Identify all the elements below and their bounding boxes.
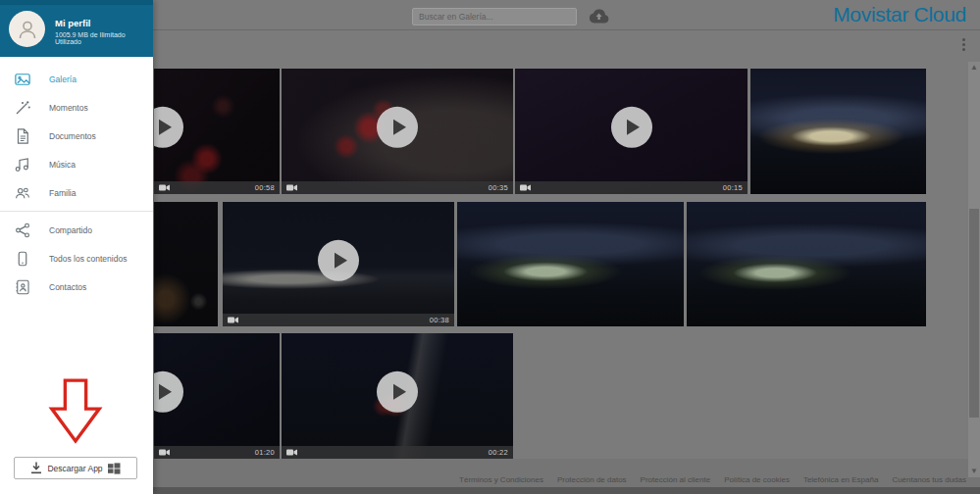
gallery-tile-video[interactable]: 00:38	[223, 202, 454, 326]
sidebar-item-momentos[interactable]: Momentos	[0, 93, 153, 122]
footer-link-customer-protection[interactable]: Protección al cliente	[641, 475, 711, 484]
gallery-icon	[14, 71, 31, 88]
profile-header[interactable]: Mi perfil 1005.9 MB de Ilimitado Utiliza…	[0, 0, 153, 57]
download-app-button[interactable]: Descargar App	[14, 457, 137, 479]
footer-link-cookies[interactable]: Política de cookies	[724, 475, 790, 484]
sidebar-item-label: Galería	[49, 74, 77, 84]
annotation-arrow-icon	[47, 377, 104, 446]
gallery-tile-video[interactable]: 00:58	[154, 69, 280, 194]
download-app-label: Descargar App	[47, 464, 102, 473]
video-info-bar: 00:35	[282, 181, 513, 194]
sidebar-item-label: Momentos	[49, 103, 88, 113]
sidebar-item-label: Contactos	[49, 282, 86, 292]
gallery-tile-video[interactable]: 00:15	[515, 69, 748, 194]
gallery-tile-photo[interactable]	[154, 202, 218, 326]
video-duration: 00:22	[489, 448, 508, 457]
play-icon[interactable]	[377, 371, 418, 413]
play-icon[interactable]	[154, 371, 183, 413]
sidebar-item-label: Todos los contenidos	[49, 254, 127, 264]
gallery-tile-video[interactable]: 00:22	[282, 333, 513, 459]
devices-icon	[14, 250, 31, 268]
video-info-bar: 00:58	[154, 181, 280, 194]
magic-wand-icon	[14, 99, 31, 117]
sidebar: Mi perfil 1005.9 MB de Ilimitado Utiliza…	[0, 0, 153, 494]
download-icon	[30, 462, 42, 474]
profile-name: Mi perfil	[55, 18, 90, 28]
scroll-down-icon[interactable]: ▼	[968, 466, 980, 477]
video-duration: 00:15	[723, 183, 743, 192]
sidebar-item-compartido[interactable]: Compartido	[0, 216, 153, 244]
video-info-bar: 00:22	[282, 446, 513, 459]
bottom-strip	[153, 487, 980, 494]
sidebar-item-galeria[interactable]: Galería	[0, 65, 153, 93]
top-bar: Movistar Cloud	[153, 0, 980, 30]
movistar-cloud-app: Movistar Cloud 00:58 00:35 00:15	[0, 0, 980, 494]
video-camera-icon	[520, 184, 531, 191]
footer-links: Términos y Condiciones Protección de dat…	[459, 475, 966, 484]
sidebar-item-contactos[interactable]: Contactos	[0, 272, 153, 301]
footer-link-help[interactable]: Cuéntanos tus dudas	[892, 475, 966, 484]
video-duration: 00:35	[489, 183, 508, 192]
sidebar-item-familia[interactable]: Familia	[0, 178, 153, 207]
sidebar-item-label: Música	[49, 160, 76, 170]
video-info-bar: 00:15	[515, 181, 748, 194]
video-duration: 01:20	[255, 448, 275, 457]
sidebar-item-todos-los-contenidos[interactable]: Todos los contenidos	[0, 244, 153, 272]
footer-link-telefonica[interactable]: Telefónica en España	[803, 475, 879, 484]
document-icon	[14, 127, 31, 145]
sidebar-item-label: Familia	[49, 188, 76, 198]
video-camera-icon	[228, 317, 238, 323]
footer-link-terms[interactable]: Términos y Condiciones	[459, 475, 543, 484]
sidebar-divider	[0, 211, 153, 212]
sidebar-item-documentos[interactable]: Documentos	[0, 122, 153, 150]
gallery-tile-video[interactable]: 01:20	[154, 333, 280, 459]
scrollbar-thumb[interactable]	[969, 209, 979, 418]
video-info-bar: 00:38	[223, 314, 454, 326]
scrollbar[interactable]: ▲ ▼	[968, 62, 980, 477]
scroll-up-icon[interactable]: ▲	[968, 62, 980, 74]
share-icon	[14, 222, 31, 239]
play-icon[interactable]	[154, 107, 183, 148]
contacts-icon	[14, 278, 31, 296]
footer-link-data-protection[interactable]: Protección de datos	[557, 475, 627, 484]
gallery-tile-photo[interactable]	[687, 202, 926, 326]
gallery-tile-video[interactable]: 00:35	[282, 69, 513, 194]
sidebar-item-label: Documentos	[49, 131, 96, 141]
gallery-tile-photo[interactable]	[750, 69, 926, 194]
family-icon	[14, 184, 31, 202]
video-duration: 00:38	[430, 316, 449, 324]
play-icon[interactable]	[611, 107, 652, 148]
video-info-bar: 01:20	[154, 446, 280, 459]
search-input[interactable]	[412, 8, 577, 25]
sidebar-item-musica[interactable]: Música	[0, 150, 153, 178]
sidebar-nav: Galería Momentos Documentos	[0, 65, 153, 301]
cloud-upload-icon[interactable]	[586, 7, 611, 26]
windows-logo-icon	[108, 463, 121, 474]
video-camera-icon	[286, 449, 297, 456]
video-camera-icon	[286, 184, 297, 191]
play-icon[interactable]	[377, 107, 418, 148]
gallery-tile-photo[interactable]	[457, 202, 684, 326]
play-icon[interactable]	[318, 239, 359, 280]
avatar	[9, 11, 45, 47]
video-camera-icon	[159, 184, 170, 191]
sidebar-item-label: Compartido	[49, 225, 92, 235]
profile-storage: 1005.9 MB de Ilimitado Utilizado	[55, 31, 153, 45]
video-camera-icon	[159, 449, 170, 456]
brand-logo: Movistar Cloud	[833, 3, 966, 26]
kebab-menu-icon[interactable]	[959, 36, 967, 54]
video-duration: 00:58	[255, 183, 275, 192]
music-icon	[14, 156, 31, 173]
person-icon	[16, 18, 39, 41]
